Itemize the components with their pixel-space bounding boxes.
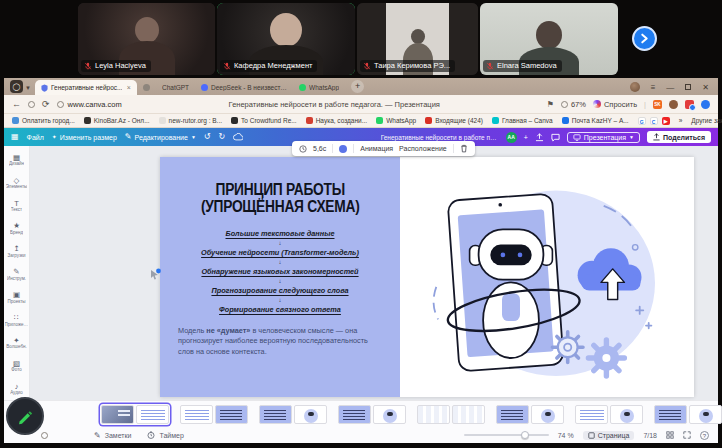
slide-note[interactable]: Модель не «думает» в человеческом смысле… (178, 326, 382, 359)
slide-step-text[interactable]: Формирование связного ответа (219, 305, 341, 314)
timer-button[interactable]: Таймер (147, 431, 183, 439)
thumbnail-group[interactable] (495, 404, 565, 425)
extension-mail-icon[interactable] (685, 100, 694, 109)
slide-step-text[interactable]: Обучение нейросети (Transformer-модель) (201, 248, 359, 257)
canva-home-icon[interactable]: ▦ (11, 133, 19, 141)
slide-thumbnail[interactable] (294, 405, 327, 424)
slide-thumbnail[interactable] (101, 405, 134, 424)
thumbnail-group[interactable] (179, 404, 249, 425)
sidebar-item-приложения[interactable]: ∷Приложения (4, 309, 29, 331)
add-collaborator-button[interactable]: + (524, 134, 528, 141)
bookmark-item[interactable]: Оплатить город... (12, 117, 75, 124)
profile-avatar[interactable] (630, 82, 640, 92)
slide-step-text[interactable]: Обнаружение языковых закономерностей (201, 267, 358, 276)
duration-button[interactable]: 5,6с (313, 145, 326, 152)
slide-thumbnail[interactable] (654, 405, 687, 424)
robot-phone-illustration[interactable] (421, 164, 673, 390)
bookmark-item[interactable]: KinoBar.Az - Онл... (84, 117, 150, 124)
zoom-slider[interactable] (464, 434, 549, 436)
notes-button[interactable]: ✎ Заметки (94, 431, 131, 440)
slide-thumbnail[interactable] (373, 405, 406, 424)
slide-steps-list[interactable]: Большие текстовые данные↓Обучение нейрос… (201, 229, 359, 314)
color-swatch[interactable] (339, 145, 347, 153)
file-menu[interactable]: Файл (27, 134, 44, 141)
present-button[interactable]: Презентация ▼ (567, 132, 640, 143)
sidebar-item-волшебн-[interactable]: ✦Волшебн. (4, 332, 29, 354)
animate-button[interactable]: Анимация (360, 145, 393, 152)
slide-step-text[interactable]: Большие текстовые данные (226, 229, 335, 238)
upload-icon[interactable] (535, 133, 544, 142)
slide-thumbnail[interactable] (452, 405, 485, 424)
zoom-slider-knob[interactable] (521, 431, 529, 439)
participant-tile[interactable]: Таира Керимова РЭ... (357, 3, 478, 75)
duration-play-icon[interactable] (41, 432, 48, 439)
slide-step-text[interactable]: Прогнозирование следующего слова (211, 286, 348, 295)
ask-alice-button[interactable]: Спросить (593, 100, 637, 109)
slide-thumbnail[interactable] (575, 405, 608, 424)
resize-button[interactable]: ✦Изменить размер (52, 134, 117, 141)
minimize-button[interactable]: — (666, 83, 674, 92)
tab-close-icon[interactable]: × (127, 84, 131, 91)
zoom-level[interactable]: 74 % (558, 432, 574, 439)
undo-icon[interactable]: ↺ (204, 133, 211, 141)
sidebar-item-инструм-[interactable]: ✎Инструм. (4, 264, 29, 286)
thumbnail-group[interactable] (100, 404, 170, 425)
extension-sk-icon[interactable]: SK (653, 100, 662, 109)
slide-thumbnail[interactable] (259, 405, 292, 424)
thumbnail-group[interactable] (574, 404, 644, 425)
grid-view-icon[interactable] (666, 431, 674, 439)
thumbnail-group[interactable] (337, 404, 407, 425)
slide-thumbnail[interactable] (531, 405, 564, 424)
document-title[interactable]: Генеративные нейросети в работе педагога… (381, 134, 499, 141)
thumbnail-group[interactable] (416, 404, 486, 425)
slide-thumbnail[interactable] (417, 405, 450, 424)
bookmark-favicon-only[interactable]: G (638, 117, 646, 125)
bookmark-favicon-only[interactable]: ▶ (662, 117, 670, 125)
new-tab-button[interactable]: + (351, 80, 364, 93)
browser-menu-icon[interactable]: ≡ (651, 83, 656, 92)
bookmark-item[interactable]: Почта KazHY – А... (562, 117, 629, 124)
site-info-icon[interactable] (28, 101, 35, 108)
fullscreen-icon[interactable] (683, 431, 691, 439)
tab-list-chevron-icon[interactable]: ▼ (25, 85, 31, 91)
url-field[interactable]: www.canva.com (57, 100, 122, 109)
editing-mode-button[interactable]: ✎Редактирование▼ (125, 133, 196, 141)
position-button[interactable]: Расположение (399, 145, 447, 152)
bookmark-item[interactable]: Наука, создани... (306, 117, 367, 124)
sidebar-item-проекты[interactable]: ▣Проекты (4, 286, 29, 308)
refresh-icon[interactable]: ⟳ (42, 99, 50, 109)
slide-title[interactable]: ПРИНЦИП РАБОТЫ (УПРОЩЁННАЯ СХЕМА) (201, 181, 360, 216)
next-participants-button[interactable] (632, 26, 657, 51)
sidebar-item-фото[interactable]: ▧Фото (4, 355, 29, 377)
bookmark-flag-icon[interactable]: ⚑ (547, 100, 554, 109)
sidebar-item-загрузки[interactable]: ↥Загрузки (4, 241, 29, 263)
comment-icon[interactable] (551, 133, 560, 142)
participant-tile[interactable]: Elnara Samedova (480, 3, 618, 75)
slide-thumbnail[interactable] (338, 405, 371, 424)
browser-tab[interactable]: ChatGPT (156, 80, 195, 95)
page-view-button[interactable]: Страница (583, 431, 635, 440)
bookmark-item[interactable]: Главная – Canva (492, 117, 553, 124)
other-bookmarks-button[interactable]: Другие закладки▼ (691, 117, 722, 124)
sidebar-item-бренд[interactable]: ★Бренд (4, 218, 29, 240)
browser-tab[interactable]: DeepSeek - В неизвестн... (195, 80, 293, 95)
bookmark-favicon-only[interactable]: C (650, 117, 658, 125)
participant-tile[interactable]: Leyla Haciyeva (78, 3, 215, 75)
browser-logo-button[interactable]: ◯ (10, 80, 23, 93)
browser-tab[interactable] (137, 80, 156, 95)
slide-thumbnail[interactable] (215, 405, 248, 424)
battery-indicator[interactable]: 67% (561, 100, 586, 109)
extension-dog-icon[interactable] (669, 100, 678, 109)
thumbnail-group[interactable] (258, 404, 328, 425)
sidebar-item-текст[interactable]: TТекст (4, 195, 29, 217)
slide-thumbnail[interactable] (180, 405, 213, 424)
bookmark-item[interactable]: Входящие (424) (425, 117, 483, 124)
thumbnail-group[interactable] (653, 404, 722, 425)
trash-icon[interactable] (460, 144, 468, 153)
sidebar-item-дизайн[interactable]: ▦Дизайн (4, 149, 29, 171)
close-button[interactable]: ✕ (702, 83, 709, 92)
sidebar-item-элементы[interactable]: ◇Элементы (4, 172, 29, 194)
back-icon[interactable]: ← (12, 99, 21, 109)
redo-icon[interactable]: ↻ (219, 133, 226, 141)
participant-tile[interactable]: Кафедра Менеджмент (217, 3, 355, 75)
